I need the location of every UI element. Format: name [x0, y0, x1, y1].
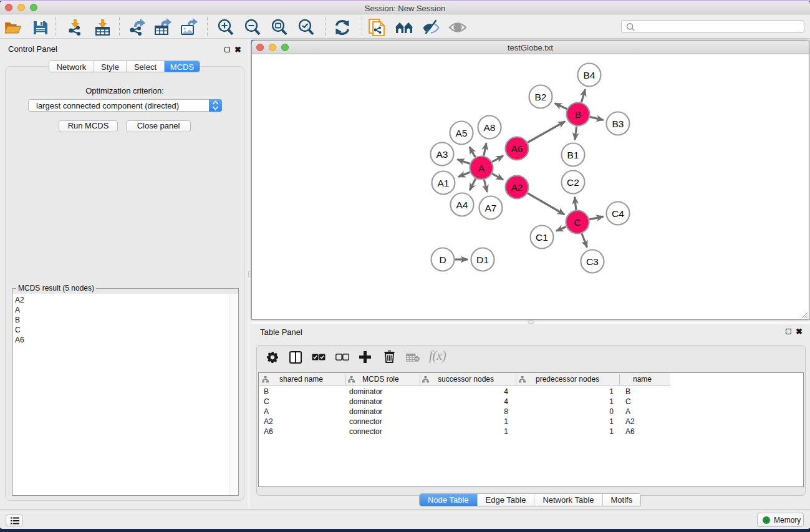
svg-text:A7: A7	[485, 203, 497, 213]
svg-text:A6: A6	[511, 143, 523, 154]
svg-text:B: B	[575, 109, 581, 120]
svg-text:C2: C2	[567, 177, 579, 188]
svg-text:C4: C4	[612, 208, 624, 219]
svg-text:D1: D1	[476, 254, 489, 265]
svg-text:C1: C1	[536, 232, 548, 243]
svg-text:B3: B3	[612, 118, 624, 129]
svg-text:B1: B1	[567, 150, 579, 160]
svg-text:B2: B2	[535, 92, 547, 102]
svg-text:A4: A4	[456, 200, 468, 210]
svg-text:A8: A8	[484, 122, 496, 133]
svg-text:A1: A1	[438, 178, 450, 188]
svg-text:C3: C3	[586, 256, 599, 267]
svg-text:C: C	[574, 217, 581, 228]
svg-text:A5: A5	[456, 128, 468, 138]
svg-text:A3: A3	[436, 149, 448, 160]
svg-text:D: D	[439, 254, 446, 265]
svg-text:A: A	[478, 163, 485, 173]
svg-text:A2: A2	[511, 182, 523, 193]
svg-text:B4: B4	[584, 70, 595, 80]
